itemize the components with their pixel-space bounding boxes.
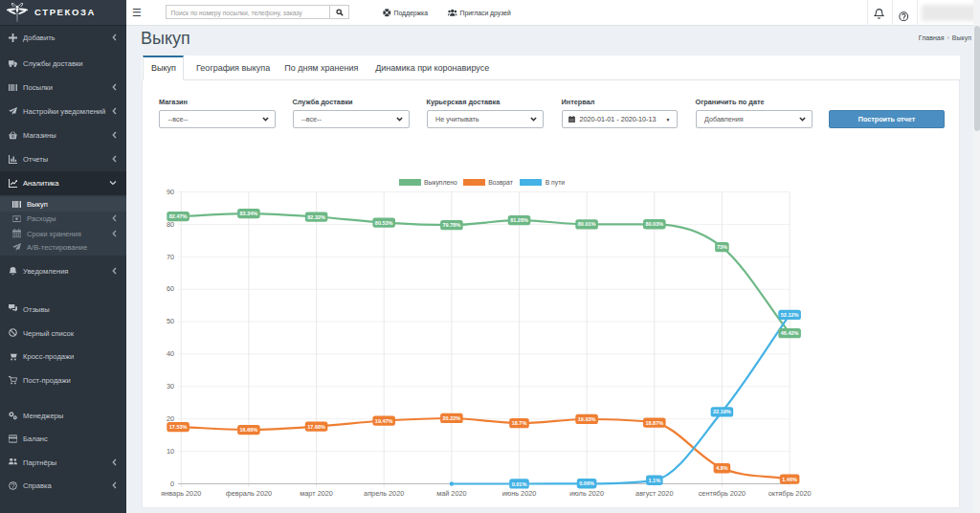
svg-text:июнь 2020: июнь 2020 [502,489,537,498]
svg-text:83.34%: 83.34% [240,211,258,216]
svg-text:19.47%: 19.47% [375,418,393,424]
svg-text:82.47%: 82.47% [169,213,188,219]
svg-text:73%: 73% [717,244,727,250]
svg-text:1.1%: 1.1% [649,478,661,483]
svg-text:20.22%: 20.22% [443,415,461,421]
svg-text:19.93%: 19.93% [578,416,596,422]
svg-text:50: 50 [167,317,174,325]
svg-text:20: 20 [167,414,174,423]
svg-text:90: 90 [167,188,174,196]
svg-text:октябрь 2020: октябрь 2020 [768,489,812,498]
svg-text:1.46%: 1.46% [782,477,797,482]
svg-text:79.78%: 79.78% [443,222,461,228]
svg-text:август 2020: август 2020 [635,489,673,498]
svg-text:80.53%: 80.53% [375,220,393,226]
svg-text:40: 40 [167,349,174,358]
svg-text:46.42%: 46.42% [781,330,799,336]
svg-text:0: 0 [170,480,174,488]
svg-text:17.68%: 17.68% [307,424,325,430]
svg-text:май 2020: май 2020 [436,489,466,498]
svg-text:сентябрь 2020: сентябрь 2020 [699,489,746,498]
svg-text:10: 10 [167,447,174,456]
svg-text:16.66%: 16.66% [240,427,258,433]
svg-text:апрель 2020: апрель 2020 [364,489,404,498]
svg-text:70: 70 [167,253,174,261]
svg-text:82.32%: 82.32% [307,214,325,220]
svg-text:4.8%: 4.8% [716,465,728,471]
svg-text:81.28%: 81.28% [510,217,528,223]
svg-text:февраль 2020: февраль 2020 [226,489,272,498]
svg-text:80.03%: 80.03% [645,221,663,227]
svg-text:17.53%: 17.53% [169,424,188,430]
svg-text:60: 60 [167,284,174,293]
svg-text:22.19%: 22.19% [713,409,731,414]
svg-text:июль 2020: июль 2020 [569,489,604,498]
svg-text:март 2020: март 2020 [300,489,333,498]
svg-text:18.7%: 18.7% [512,420,527,426]
svg-text:18.87%: 18.87% [645,420,663,426]
svg-text:52.12%: 52.12% [781,312,799,318]
svg-text:0.06%: 0.06% [579,480,594,486]
svg-text:30: 30 [167,382,174,390]
svg-text:январь 2020: январь 2020 [161,489,201,498]
svg-text:80.01%: 80.01% [578,221,596,227]
svg-text:0.01%: 0.01% [512,481,527,487]
